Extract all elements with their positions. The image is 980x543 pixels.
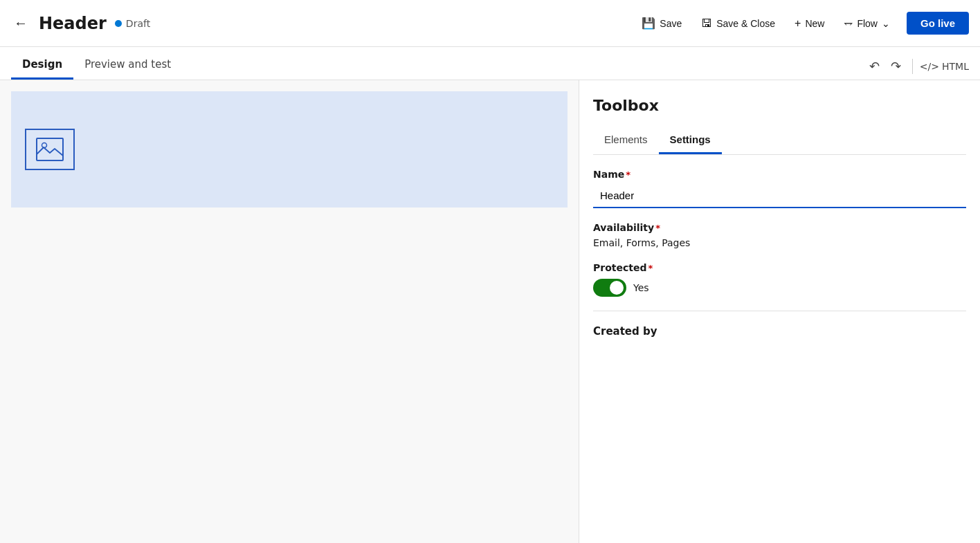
image-placeholder [25,129,75,170]
section-divider [593,311,966,311]
new-button[interactable]: + New [786,13,833,34]
draft-badge: Draft [115,18,150,29]
new-label: New [805,18,824,29]
protected-toggle-label: Yes [633,282,649,293]
undo-button[interactable]: ↶ [865,56,884,77]
top-bar-left: ← Header Draft [11,12,628,34]
name-required: * [626,169,630,180]
code-icon: </> [920,61,939,72]
toolbox-tab-settings[interactable]: Settings [659,128,722,154]
tab-design[interactable]: Design [11,50,73,80]
go-live-button[interactable]: Go live [907,12,969,35]
protected-section: Protected* Yes [593,262,966,297]
save-close-label: Save & Close [716,18,775,29]
save-close-button[interactable]: 🖫 Save & Close [693,13,783,34]
draft-label: Draft [126,18,150,29]
back-button[interactable]: ← [11,12,30,34]
protected-label: Protected* [593,262,966,273]
draft-dot-icon [115,20,122,27]
save-icon: 💾 [642,17,655,30]
flow-chevron-icon: ⌄ [882,18,890,29]
html-label-text: HTML [942,61,969,72]
tab-row: Design Preview and test ↶ ↷ </> HTML [0,47,980,80]
toolbox-tabs: Elements Settings [593,128,966,155]
name-section: Name* [593,169,966,208]
tab-divider [912,59,913,74]
tab-row-right: ↶ ↷ </> HTML [865,56,980,80]
flow-icon: ⥐ [844,17,853,30]
availability-section: Availability* Email, Forms, Pages [593,222,966,248]
flow-label: Flow [857,18,878,29]
plus-icon: + [795,17,801,30]
toolbox-title: Toolbox [593,97,966,114]
availability-value: Email, Forms, Pages [593,237,966,248]
toolbox-panel: Toolbox Elements Settings Name* Availabi… [579,80,980,543]
top-bar: ← Header Draft 💾 Save 🖫 Save & Close + N… [0,0,980,47]
toggle-knob [610,281,624,295]
redo-button[interactable]: ↷ [887,56,905,77]
created-by-section: Created by [593,325,966,338]
protected-toggle-row: Yes [593,279,966,297]
availability-label: Availability* [593,222,966,233]
tab-preview[interactable]: Preview and test [73,50,182,80]
save-label: Save [660,18,682,29]
page-title: Header [39,14,107,33]
name-input[interactable] [593,184,966,208]
html-toggle[interactable]: </> HTML [920,61,969,72]
protected-toggle[interactable] [593,279,626,297]
svg-point-1 [42,143,47,148]
top-bar-actions: 💾 Save 🖫 Save & Close + New ⥐ Flow ⌄ Go … [633,12,969,35]
svg-rect-0 [37,138,63,160]
save-button[interactable]: 💾 Save [633,12,690,34]
toolbox-tab-elements[interactable]: Elements [593,128,659,154]
canvas-area [0,80,579,543]
created-by-label: Created by [593,325,966,338]
protected-required: * [648,263,653,273]
availability-required: * [655,223,660,233]
image-placeholder-icon [36,138,64,161]
flow-button[interactable]: ⥐ Flow ⌄ [835,12,898,34]
main-area: Toolbox Elements Settings Name* Availabi… [0,80,980,543]
save-close-icon: 🖫 [701,17,712,30]
canvas-inner [11,91,568,208]
name-label: Name* [593,169,966,180]
